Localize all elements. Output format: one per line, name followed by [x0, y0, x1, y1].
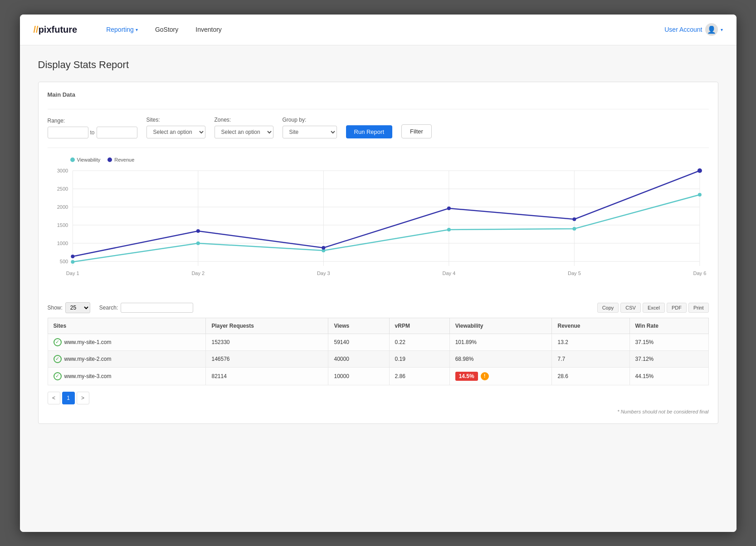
show-label: Show: — [48, 305, 63, 311]
copy-button[interactable]: Copy — [597, 303, 619, 313]
card-title: Main Data — [48, 91, 709, 102]
col-header-player-requests: Player Requests — [206, 318, 328, 334]
range-filter-group: Range: to — [48, 118, 137, 138]
excel-button[interactable]: Excel — [643, 303, 665, 313]
search-group: Search: — [99, 303, 193, 313]
prev-page-button[interactable]: < — [48, 392, 60, 404]
site-cell: ✓www.my-site-2.com — [48, 350, 206, 367]
svg-point-27 — [447, 228, 450, 231]
logo: //pixfuture — [34, 25, 78, 35]
svg-point-25 — [196, 241, 200, 245]
table-header-row: Sites Player Requests Views vRPM Viewabi… — [48, 318, 708, 334]
site-status-icon: ✓ — [54, 355, 62, 363]
site-status-icon: ✓ — [54, 372, 62, 380]
revenue-cell: 28.6 — [552, 367, 629, 385]
group-by-label: Group by: — [283, 117, 337, 123]
viewability-cell: 14.5%! — [449, 367, 552, 385]
vrpm-cell: 0.22 — [389, 334, 449, 350]
svg-text:500: 500 — [59, 259, 68, 264]
svg-point-35 — [697, 168, 702, 173]
zones-filter-group: Zones: Select an option — [215, 117, 273, 138]
col-header-views: Views — [328, 318, 389, 334]
next-page-button[interactable]: > — [77, 392, 89, 404]
revenue-cell: 7.7 — [552, 350, 629, 367]
chart-legend: Viewability Revenue — [48, 157, 709, 162]
svg-text:Day 6: Day 6 — [693, 271, 706, 276]
col-header-revenue: Revenue — [552, 318, 629, 334]
csv-button[interactable]: CSV — [620, 303, 641, 313]
range-from-input[interactable] — [48, 127, 88, 138]
chart-svg: 3000 2500 2000 1500 1000 500 Day 1 Day 2… — [48, 166, 709, 284]
revenue-legend-dot — [107, 157, 112, 162]
main-card: Main Data Range: to Sites: Select an opt… — [38, 82, 718, 424]
user-icon: 👤 — [705, 23, 718, 36]
page-title: Display Stats Report — [38, 59, 718, 71]
range-to-input[interactable] — [97, 127, 137, 138]
col-header-sites: Sites — [48, 318, 206, 334]
range-label: Range: — [48, 118, 137, 124]
svg-text:2000: 2000 — [57, 204, 68, 210]
footnote: * Numbers should not be considered final — [48, 409, 709, 414]
svg-point-31 — [196, 229, 200, 233]
print-button[interactable]: Print — [688, 303, 709, 313]
pdf-button[interactable]: PDF — [667, 303, 687, 313]
viewability-cell: 101.89% — [449, 334, 552, 350]
sites-filter-group: Sites: Select an option — [146, 117, 205, 138]
navbar: //pixfuture Reporting ▾ GoStory Inventor… — [20, 15, 736, 45]
search-label: Search: — [99, 305, 118, 311]
zones-select[interactable]: Select an option — [215, 126, 273, 138]
svg-text:Day 5: Day 5 — [567, 271, 580, 276]
svg-point-34 — [572, 217, 576, 221]
viewability-cell: 68.98% — [449, 350, 552, 367]
player-requests-cell: 82114 — [206, 367, 328, 385]
svg-point-29 — [697, 193, 701, 197]
legend-revenue: Revenue — [107, 157, 134, 162]
svg-point-30 — [71, 255, 74, 258]
run-report-button[interactable]: Run Report — [346, 125, 392, 138]
svg-point-33 — [447, 207, 450, 210]
svg-point-32 — [322, 246, 325, 250]
col-header-win-rate: Win Rate — [629, 318, 708, 334]
svg-text:Day 1: Day 1 — [66, 271, 79, 276]
filters-row: Range: to Sites: Select an option Zones: — [48, 109, 709, 148]
svg-text:Day 3: Day 3 — [317, 271, 330, 276]
table-row: ✓www.my-site-2.com 146576 40000 0.19 68.… — [48, 350, 708, 367]
site-status-icon: ✓ — [54, 338, 62, 346]
viewability-legend-dot — [70, 157, 75, 162]
svg-point-24 — [71, 260, 74, 264]
user-account-label: User Account — [664, 26, 702, 33]
sites-select[interactable]: Select an option — [146, 126, 205, 138]
player-requests-cell: 152330 — [206, 334, 328, 350]
filter-button[interactable]: Filter — [401, 124, 432, 138]
table-row: ✓www.my-site-1.com 152330 59140 0.22 101… — [48, 334, 708, 350]
page-content: Display Stats Report Main Data Range: to… — [20, 45, 736, 532]
nav-item-inventory[interactable]: Inventory — [189, 22, 228, 37]
browser-frame: //pixfuture Reporting ▾ GoStory Inventor… — [20, 15, 736, 532]
nav-links: Reporting ▾ GoStory Inventory — [100, 22, 664, 37]
user-chevron-icon: ▾ — [721, 27, 723, 32]
svg-point-28 — [572, 227, 576, 231]
data-table: Sites Player Requests Views vRPM Viewabi… — [48, 318, 709, 385]
nav-item-gostory[interactable]: GoStory — [149, 22, 185, 37]
chart-container: Viewability Revenue — [48, 157, 709, 293]
col-header-viewability: Viewability — [449, 318, 552, 334]
show-select[interactable]: 10 25 50 100 — [65, 302, 90, 313]
group-by-select[interactable]: Site Zone Day — [283, 126, 337, 138]
search-input[interactable] — [121, 303, 193, 313]
range-input-group: to — [48, 127, 137, 138]
views-cell: 10000 — [328, 367, 389, 385]
export-buttons: Copy CSV Excel PDF Print — [597, 303, 709, 313]
nav-item-reporting[interactable]: Reporting ▾ — [100, 22, 144, 37]
table-left: Show: 10 25 50 100 Search: — [48, 302, 194, 313]
page-1-button[interactable]: 1 — [62, 392, 75, 404]
svg-text:Day 4: Day 4 — [442, 271, 455, 276]
svg-text:Day 2: Day 2 — [191, 271, 205, 276]
group-by-filter-group: Group by: Site Zone Day — [283, 117, 337, 138]
svg-text:2500: 2500 — [57, 186, 68, 192]
table-row: ✓www.my-site-3.com 82114 10000 2.86 14.5… — [48, 367, 708, 385]
user-account[interactable]: User Account 👤 ▾ — [664, 23, 722, 36]
zones-label: Zones: — [215, 117, 273, 123]
win-rate-cell: 37.12% — [629, 350, 708, 367]
views-cell: 40000 — [328, 350, 389, 367]
vrpm-cell: 2.86 — [389, 367, 449, 385]
